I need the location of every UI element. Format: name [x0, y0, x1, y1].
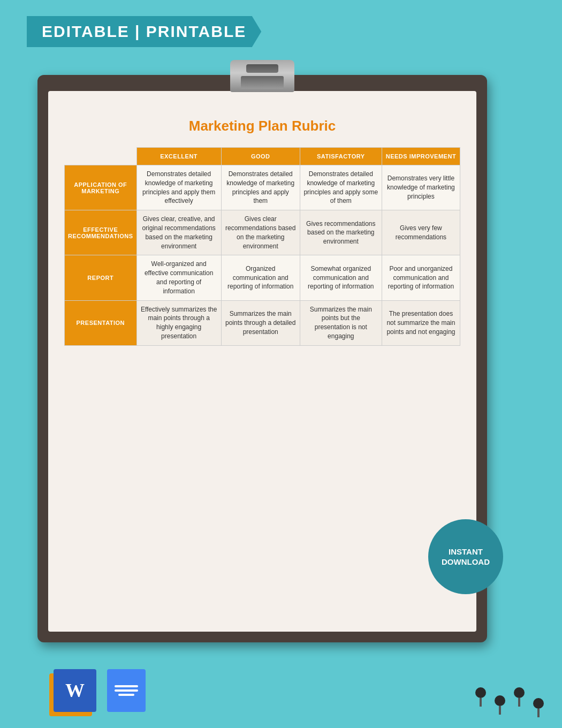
docs-line-2: [115, 689, 138, 692]
col-header-needs-improvement: NEEDS IMPROVEMENT: [382, 148, 460, 165]
cell-good-3: Summarizes the main points through a det…: [221, 300, 300, 345]
table-row: EFFECTIVE RECOMMENDATIONSGives clear, cr…: [65, 210, 460, 255]
rubric-table: EXCELLENT GOOD SATISFACTORY NEEDS IMPROV…: [64, 147, 460, 346]
col-header-empty: [65, 148, 137, 165]
cell-excellent-3: Effectively summarizes the main points t…: [136, 300, 221, 345]
cell-satisfactory-3: Summarizes the main points but the prese…: [300, 300, 382, 345]
cell-needs_improvement-0: Demonstrates very little knowledge of ma…: [382, 165, 460, 210]
row-label-2: REPORT: [65, 255, 137, 300]
pushpin-group: [473, 687, 546, 717]
badge-line2: DOWNLOAD: [442, 557, 490, 567]
instant-download-badge[interactable]: INSTANT DOWNLOAD: [428, 519, 503, 594]
word-icon: W: [54, 669, 96, 712]
col-header-good: GOOD: [221, 148, 300, 165]
cell-satisfactory-2: Somewhat organized communication and rep…: [300, 255, 382, 300]
cell-needs_improvement-1: Gives very few recommendations: [382, 210, 460, 255]
clipboard: Marketing Plan Rubric EXCELLENT GOOD SAT…: [37, 75, 487, 642]
table-row: PRESENTATIONEffectively summarizes the m…: [65, 300, 460, 345]
row-label-1: EFFECTIVE RECOMMENDATIONS: [65, 210, 137, 255]
pushpin-3: [512, 687, 527, 707]
pushpin-1: [473, 687, 488, 707]
cell-good-0: Demonstrates detailed knowledge of marke…: [221, 165, 300, 210]
col-header-excellent: EXCELLENT: [136, 148, 221, 165]
clipboard-clip: [230, 60, 294, 92]
bottom-icons-area: W: [54, 669, 146, 712]
cell-good-1: Gives clear recommendations based on the…: [221, 210, 300, 255]
document-title: Marketing Plan Rubric: [64, 118, 460, 134]
badge-line1: INSTANT: [449, 547, 483, 557]
table-row: REPORTWell-organized and effective commu…: [65, 255, 460, 300]
row-label-3: PRESENTATION: [65, 300, 137, 345]
header-title: EDITABLE | PRINTABLE: [42, 22, 246, 40]
cell-satisfactory-1: Gives recommendations based on the marke…: [300, 210, 382, 255]
cell-needs_improvement-3: The presentation does not summarize the …: [382, 300, 460, 345]
docs-line-1: [115, 685, 138, 687]
cell-needs_improvement-2: Poor and unorganized communication and r…: [382, 255, 460, 300]
pushpin-2: [492, 695, 507, 715]
cell-good-2: Organized communication and reporting of…: [221, 255, 300, 300]
clipboard-paper: Marketing Plan Rubric EXCELLENT GOOD SAT…: [48, 91, 476, 632]
cell-excellent-1: Gives clear, creative, and original reco…: [136, 210, 221, 255]
table-row: APPLICATION OF MARKETINGDemonstrates det…: [65, 165, 460, 210]
docs-icon: [107, 669, 146, 712]
header-banner: EDITABLE | PRINTABLE: [27, 16, 261, 47]
row-label-0: APPLICATION OF MARKETING: [65, 165, 137, 210]
col-header-satisfactory: SATISFACTORY: [300, 148, 382, 165]
cell-excellent-2: Well-organized and effective communicati…: [136, 255, 221, 300]
pushpin-4: [531, 698, 546, 717]
cell-satisfactory-0: Demonstrates detailed knowledge of marke…: [300, 165, 382, 210]
cell-excellent-0: Demonstrates detailed knowledge of marke…: [136, 165, 221, 210]
docs-line-3: [118, 694, 134, 696]
